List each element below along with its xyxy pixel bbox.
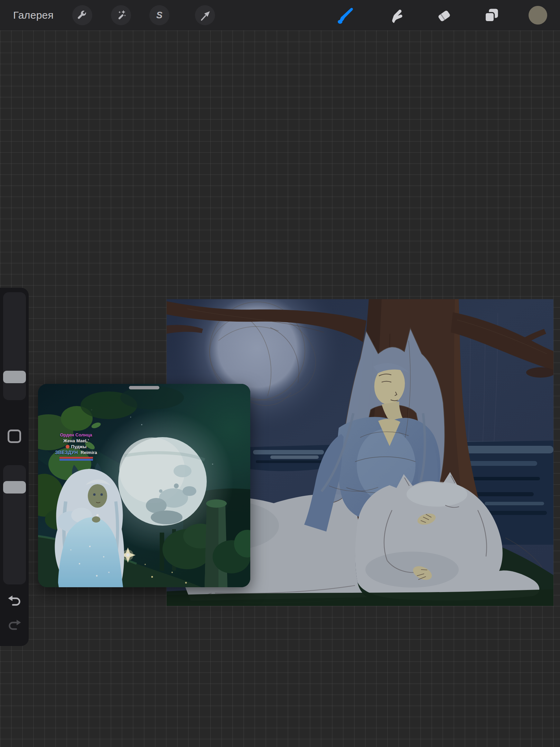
modify-button[interactable] <box>8 430 21 443</box>
undo-button[interactable] <box>7 594 22 608</box>
selection-s-icon: S <box>153 9 165 21</box>
undo-icon <box>7 594 22 608</box>
transform-arrow-icon <box>199 9 211 21</box>
brush-sidebar <box>0 288 29 646</box>
transform-button[interactable] <box>195 5 215 25</box>
selection-button[interactable]: S <box>149 5 169 25</box>
svg-text:S: S <box>156 10 162 20</box>
layers-button[interactable] <box>483 7 500 24</box>
star-label: ЗВЕЗДУН <box>55 450 78 455</box>
health-bar-red <box>59 457 93 459</box>
wrench-icon <box>76 9 88 21</box>
magic-wand-icon <box>115 9 127 21</box>
smudge-finger-icon <box>389 7 407 25</box>
name-line: ЗВЕЗДУН Reimira <box>48 450 104 455</box>
opacity-slider[interactable] <box>3 465 26 584</box>
health-bar <box>59 457 93 461</box>
redo-icon <box>7 618 22 632</box>
brush-size-thumb[interactable] <box>3 371 26 383</box>
gallery-button[interactable]: Галерея <box>13 0 54 30</box>
actions-button[interactable] <box>72 5 92 25</box>
reference-image <box>38 384 250 587</box>
health-bar-blue <box>59 459 93 461</box>
redo-button[interactable] <box>7 618 22 632</box>
player-name: Reimira <box>81 450 97 455</box>
color-swatch-button[interactable] <box>529 6 547 25</box>
opacity-thumb[interactable] <box>3 481 26 494</box>
title-line: Пуджы <box>48 444 104 450</box>
window-drag-handle[interactable] <box>129 386 159 389</box>
reference-window[interactable]: Орден Солнца Жена MaeL' Пуджы ЗВЕЗДУН Re… <box>38 384 250 587</box>
smudge-tool-button[interactable] <box>389 7 407 25</box>
layers-icon <box>483 7 500 24</box>
paint-tool-button[interactable] <box>336 6 355 25</box>
guild-name: Орден Солнца <box>48 432 104 438</box>
spouse-line: Жена MaeL' <box>48 438 104 444</box>
adjustments-button[interactable] <box>111 5 131 25</box>
player-badge-icon <box>66 445 69 449</box>
brush-size-slider[interactable] <box>3 292 26 400</box>
title-text: Пуджы <box>71 444 87 450</box>
top-toolbar: Галерея S <box>0 0 560 30</box>
paint-brush-icon <box>336 6 355 25</box>
player-nameplate: Орден Солнца Жена MaeL' Пуджы ЗВЕЗДУН Re… <box>48 432 104 461</box>
eraser-tool-button[interactable] <box>435 7 454 25</box>
eraser-icon <box>435 7 454 25</box>
